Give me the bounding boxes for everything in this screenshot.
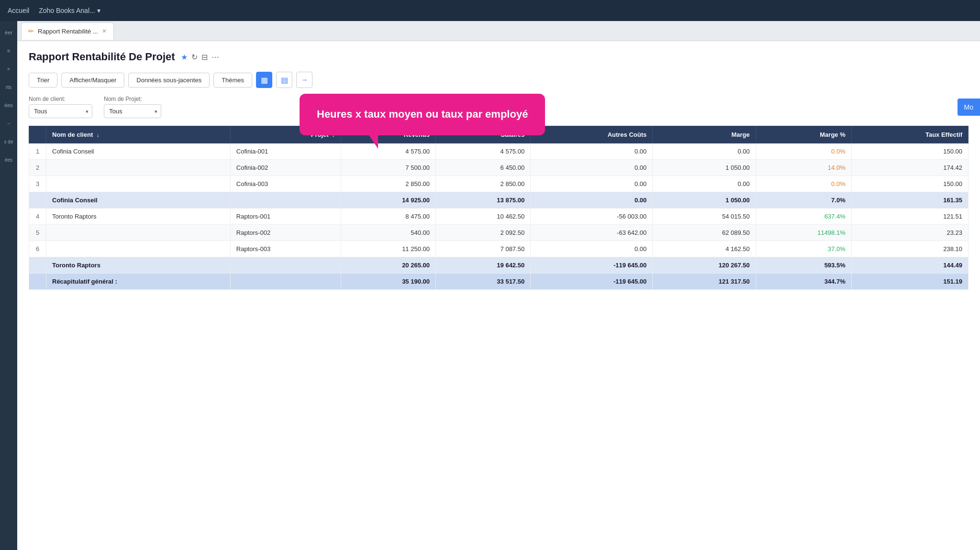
cell-num	[29, 192, 46, 209]
table-row: 2Cofinia-0027 500.006 450.000.001 050.00…	[29, 160, 969, 176]
col-revenus: Revenus	[341, 126, 435, 143]
cell-num: 3	[29, 176, 46, 192]
sidebar-item-4[interactable]: ées	[1, 98, 16, 113]
cell-value: 1 050.00	[653, 160, 756, 176]
toolbar: Trier Afficher/Masquer Données sous-jace…	[29, 72, 969, 88]
cell-num: 1	[29, 143, 46, 160]
tab-bar: ✏ Rapport Rentabilité ... ✕	[17, 21, 980, 41]
cell-value: 0.00	[531, 143, 653, 160]
client-select-wrapper: Tous Cofinia Conseil Toronto Raptors	[29, 104, 92, 118]
cell-value: 0.0%	[756, 143, 851, 160]
projet-select-wrapper: Tous Cofinia-001 Cofinia-002 Cofinia-003…	[104, 104, 161, 118]
cell-value: 54 015.50	[653, 209, 756, 225]
sidebar-item-6[interactable]: s de	[1, 134, 16, 149]
cell-client: Toronto Raptors	[46, 257, 231, 274]
table-row: 1Cofinia ConseilCofinia-0014 575.004 575…	[29, 143, 969, 160]
cell-client: Cofinia Conseil	[46, 143, 231, 160]
cell-value: 7.0%	[756, 192, 851, 209]
sidebar-item-3[interactable]: rts	[1, 79, 16, 95]
grid-icon: ▦	[261, 76, 268, 85]
sort-client-icon: ↓	[97, 132, 100, 138]
sidebar-item-7[interactable]: ées	[1, 152, 16, 167]
nav-dropdown-icon: ▾	[97, 7, 100, 14]
cell-value: 637.4%	[756, 209, 851, 225]
cell-value: 14.0%	[756, 160, 851, 176]
main-layout: éer ≡ × rts ées → s de ées ✏ Rapport Ren…	[0, 21, 980, 550]
col-projet[interactable]: Projet ↓	[230, 126, 341, 143]
cell-value: 2 092.50	[435, 225, 530, 241]
top-navigation: Accueil Zoho Books Anal... ▾	[0, 0, 980, 21]
cell-num	[29, 274, 46, 290]
cell-projet	[230, 257, 341, 274]
sidebar-item-1[interactable]: ≡	[1, 43, 16, 58]
table-row: Cofinia Conseil14 925.0013 875.000.001 0…	[29, 192, 969, 209]
calendar-view-button[interactable]: ▤	[276, 72, 292, 88]
client-filter-group: Nom de client: Tous Cofinia Conseil Toro…	[29, 96, 92, 118]
cell-projet: Cofinia-001	[230, 143, 341, 160]
cell-value: -119 645.00	[531, 257, 653, 274]
cell-value: 37.0%	[756, 241, 851, 257]
cell-value: 120 267.50	[653, 257, 756, 274]
cell-projet: Cofinia-003	[230, 176, 341, 192]
table-row: 4Toronto RaptorsRaptors-0018 475.0010 46…	[29, 209, 969, 225]
cell-value: 4 162.50	[653, 241, 756, 257]
cell-value: -119 645.00	[531, 274, 653, 290]
star-icon[interactable]: ★	[181, 53, 188, 62]
cell-num: 5	[29, 225, 46, 241]
cell-client	[46, 225, 231, 241]
tab-label: Rapport Rentabilité ...	[38, 28, 98, 35]
print-icon[interactable]: ⊟	[201, 53, 208, 62]
nav-app-dropdown[interactable]: Zoho Books Anal... ▾	[39, 7, 100, 14]
donnees-sous-jacentes-button[interactable]: Données sous-jacentes	[128, 73, 210, 88]
grid-view-button[interactable]: ▦	[256, 72, 272, 88]
tab-close-button[interactable]: ✕	[102, 28, 107, 34]
nav-app-name: Zoho Books Anal...	[39, 7, 95, 14]
sidebar-item-5[interactable]: →	[1, 116, 16, 131]
cell-value: -63 642.00	[531, 225, 653, 241]
title-icons: ★ ↻ ⊟ ⋯	[181, 53, 219, 62]
cell-value: 10 462.50	[435, 209, 530, 225]
projet-filter-group: Nom de Projet: Tous Cofinia-001 Cofinia-…	[104, 96, 161, 118]
refresh-icon[interactable]: ↻	[191, 53, 198, 62]
cell-value: 344.7%	[756, 274, 851, 290]
client-select[interactable]: Tous Cofinia Conseil Toronto Raptors	[29, 104, 92, 118]
cell-value: 6 450.00	[435, 160, 530, 176]
themes-button[interactable]: Thèmes	[213, 73, 252, 88]
cell-projet: Cofinia-002	[230, 160, 341, 176]
cell-projet	[230, 274, 341, 290]
sort-projet-icon: ↓	[332, 132, 335, 138]
expand-button[interactable]: →	[296, 72, 312, 88]
cell-client: Récapitulatif général :	[46, 274, 231, 290]
cell-value: 121 317.50	[653, 274, 756, 290]
sidebar-item-2[interactable]: ×	[1, 61, 16, 77]
cell-value: 19 642.50	[435, 257, 530, 274]
cell-value: 238.10	[851, 241, 968, 257]
cell-client	[46, 176, 231, 192]
tab-rapport[interactable]: ✏ Rapport Rentabilité ... ✕	[21, 22, 114, 40]
col-autres-couts: Autres Coûts	[531, 126, 653, 143]
filter-row: Nom de client: Tous Cofinia Conseil Toro…	[29, 96, 969, 118]
more-button-top[interactable]: Mo	[958, 99, 980, 116]
cell-value: 7 087.50	[435, 241, 530, 257]
expand-icon: →	[301, 76, 308, 84]
sidebar-item-0[interactable]: éer	[1, 25, 16, 40]
cell-value: 151.19	[851, 274, 968, 290]
trier-button[interactable]: Trier	[29, 73, 57, 88]
cell-num: 2	[29, 160, 46, 176]
cell-value: 0.00	[653, 176, 756, 192]
cell-value: 11498.1%	[756, 225, 851, 241]
projet-select[interactable]: Tous Cofinia-001 Cofinia-002 Cofinia-003…	[104, 104, 161, 118]
cell-client	[46, 241, 231, 257]
cell-value: 0.00	[531, 241, 653, 257]
col-salaires: Salaires	[435, 126, 530, 143]
page-content: Mo Rapport Rentabilité De Projet ★ ↻ ⊟ ⋯…	[17, 41, 980, 550]
more-options-icon[interactable]: ⋯	[212, 53, 219, 62]
cell-value: 150.00	[851, 176, 968, 192]
cell-value: 0.00	[531, 192, 653, 209]
content-area: ✏ Rapport Rentabilité ... ✕ Mo Rapport R…	[17, 21, 980, 550]
nav-accueil[interactable]: Accueil	[8, 7, 29, 14]
afficher-masquer-button[interactable]: Afficher/Masquer	[61, 73, 124, 88]
table-row: Toronto Raptors20 265.0019 642.50-119 64…	[29, 257, 969, 274]
cell-value: 593.5%	[756, 257, 851, 274]
col-client[interactable]: Nom de client ↓	[46, 126, 231, 143]
